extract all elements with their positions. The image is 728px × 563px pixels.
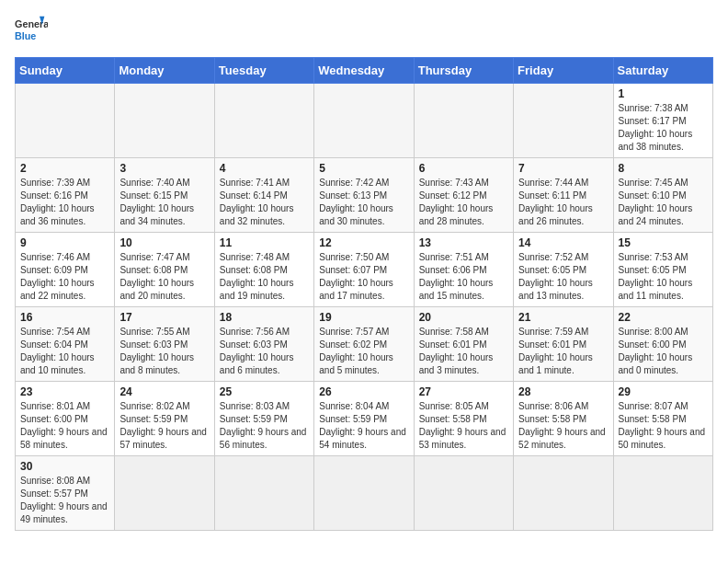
calendar-table: SundayMondayTuesdayWednesdayThursdayFrid…: [15, 57, 713, 531]
calendar-cell: 28Sunrise: 8:06 AM Sunset: 5:58 PM Dayli…: [514, 382, 613, 456]
calendar-week-row: 16Sunrise: 7:54 AM Sunset: 6:04 PM Dayli…: [16, 307, 713, 382]
calendar-cell: [214, 456, 313, 531]
calendar-cell: 29Sunrise: 8:07 AM Sunset: 5:58 PM Dayli…: [613, 382, 712, 456]
day-number: 7: [518, 162, 608, 175]
day-number: 22: [619, 311, 708, 324]
logo: GeneralBlue: [15, 15, 48, 48]
calendar-cell: 4Sunrise: 7:41 AM Sunset: 6:14 PM Daylig…: [214, 158, 313, 233]
weekday-header-row: SundayMondayTuesdayWednesdayThursdayFrid…: [16, 58, 713, 84]
day-info: Sunrise: 7:51 AM Sunset: 6:06 PM Dayligh…: [419, 251, 508, 303]
calendar-cell: [214, 84, 313, 158]
calendar-cell: 15Sunrise: 7:53 AM Sunset: 6:05 PM Dayli…: [613, 233, 712, 307]
day-info: Sunrise: 8:07 AM Sunset: 5:58 PM Dayligh…: [619, 400, 708, 452]
day-number: 12: [319, 236, 408, 249]
day-number: 11: [220, 236, 309, 249]
weekday-header-cell: Monday: [115, 58, 214, 84]
day-info: Sunrise: 7:52 AM Sunset: 6:05 PM Dayligh…: [518, 251, 608, 303]
calendar-week-row: 23Sunrise: 8:01 AM Sunset: 6:00 PM Dayli…: [16, 382, 713, 456]
day-number: 3: [119, 162, 209, 175]
calendar-cell: [514, 456, 613, 531]
calendar-cell: 9Sunrise: 7:46 AM Sunset: 6:09 PM Daylig…: [16, 233, 115, 307]
calendar-cell: [414, 456, 513, 531]
calendar-cell: [115, 84, 214, 158]
day-info: Sunrise: 7:44 AM Sunset: 6:11 PM Dayligh…: [518, 177, 608, 228]
day-info: Sunrise: 7:48 AM Sunset: 6:08 PM Dayligh…: [220, 251, 309, 303]
calendar-cell: 17Sunrise: 7:55 AM Sunset: 6:03 PM Dayli…: [115, 307, 214, 382]
day-info: Sunrise: 7:46 AM Sunset: 6:09 PM Dayligh…: [20, 251, 109, 303]
day-info: Sunrise: 7:59 AM Sunset: 6:01 PM Dayligh…: [518, 326, 608, 377]
day-number: 26: [319, 385, 408, 398]
calendar-cell: [115, 456, 214, 531]
day-number: 14: [518, 236, 608, 249]
calendar-week-row: 2Sunrise: 7:39 AM Sunset: 6:16 PM Daylig…: [16, 158, 713, 233]
day-number: 5: [319, 162, 408, 175]
day-info: Sunrise: 7:38 AM Sunset: 6:17 PM Dayligh…: [619, 102, 708, 154]
calendar-cell: 30Sunrise: 8:08 AM Sunset: 5:57 PM Dayli…: [16, 456, 115, 531]
calendar-cell: 25Sunrise: 8:03 AM Sunset: 5:59 PM Dayli…: [214, 382, 313, 456]
calendar-cell: [314, 456, 414, 531]
day-info: Sunrise: 7:57 AM Sunset: 6:02 PM Dayligh…: [319, 326, 408, 377]
day-info: Sunrise: 7:47 AM Sunset: 6:08 PM Dayligh…: [119, 251, 209, 303]
day-number: 19: [319, 311, 408, 324]
day-number: 25: [220, 385, 309, 398]
calendar-cell: 20Sunrise: 7:58 AM Sunset: 6:01 PM Dayli…: [414, 307, 513, 382]
calendar-cell: [414, 84, 513, 158]
day-info: Sunrise: 7:45 AM Sunset: 6:10 PM Dayligh…: [619, 177, 708, 228]
calendar-cell: [613, 456, 712, 531]
day-info: Sunrise: 7:53 AM Sunset: 6:05 PM Dayligh…: [619, 251, 708, 303]
day-number: 29: [619, 385, 708, 398]
day-info: Sunrise: 7:54 AM Sunset: 6:04 PM Dayligh…: [20, 326, 109, 377]
calendar-cell: 27Sunrise: 8:05 AM Sunset: 5:58 PM Dayli…: [414, 382, 513, 456]
day-number: 21: [518, 311, 608, 324]
calendar-cell: 6Sunrise: 7:43 AM Sunset: 6:12 PM Daylig…: [414, 158, 513, 233]
calendar-cell: 14Sunrise: 7:52 AM Sunset: 6:05 PM Dayli…: [514, 233, 613, 307]
page-header: GeneralBlue: [15, 15, 713, 48]
day-info: Sunrise: 7:43 AM Sunset: 6:12 PM Dayligh…: [419, 177, 508, 228]
day-number: 9: [20, 236, 109, 249]
calendar-cell: 5Sunrise: 7:42 AM Sunset: 6:13 PM Daylig…: [314, 158, 414, 233]
svg-text:Blue: Blue: [15, 30, 36, 41]
day-number: 15: [619, 236, 708, 249]
day-number: 10: [119, 236, 209, 249]
calendar-cell: 8Sunrise: 7:45 AM Sunset: 6:10 PM Daylig…: [613, 158, 712, 233]
day-number: 8: [619, 162, 708, 175]
calendar-cell: 2Sunrise: 7:39 AM Sunset: 6:16 PM Daylig…: [16, 158, 115, 233]
day-info: Sunrise: 8:03 AM Sunset: 5:59 PM Dayligh…: [220, 400, 309, 452]
day-number: 18: [220, 311, 309, 324]
day-info: Sunrise: 7:41 AM Sunset: 6:14 PM Dayligh…: [220, 177, 309, 228]
day-number: 1: [619, 87, 708, 100]
day-number: 16: [20, 311, 109, 324]
calendar-cell: 3Sunrise: 7:40 AM Sunset: 6:15 PM Daylig…: [115, 158, 214, 233]
day-info: Sunrise: 8:00 AM Sunset: 6:00 PM Dayligh…: [619, 326, 708, 377]
calendar-cell: 21Sunrise: 7:59 AM Sunset: 6:01 PM Dayli…: [514, 307, 613, 382]
day-info: Sunrise: 7:58 AM Sunset: 6:01 PM Dayligh…: [419, 326, 508, 377]
calendar-cell: 24Sunrise: 8:02 AM Sunset: 5:59 PM Dayli…: [115, 382, 214, 456]
calendar-week-row: 1Sunrise: 7:38 AM Sunset: 6:17 PM Daylig…: [16, 84, 713, 158]
day-info: Sunrise: 7:50 AM Sunset: 6:07 PM Dayligh…: [319, 251, 408, 303]
weekday-header-cell: Thursday: [414, 58, 513, 84]
day-number: 23: [20, 385, 109, 398]
calendar-cell: 23Sunrise: 8:01 AM Sunset: 6:00 PM Dayli…: [16, 382, 115, 456]
day-number: 28: [518, 385, 608, 398]
day-info: Sunrise: 8:01 AM Sunset: 6:00 PM Dayligh…: [20, 400, 109, 452]
day-number: 30: [20, 460, 109, 473]
day-number: 27: [419, 385, 508, 398]
calendar-cell: 18Sunrise: 7:56 AM Sunset: 6:03 PM Dayli…: [214, 307, 313, 382]
day-number: 6: [419, 162, 508, 175]
day-info: Sunrise: 8:02 AM Sunset: 5:59 PM Dayligh…: [119, 400, 209, 452]
day-number: 2: [20, 162, 109, 175]
weekday-header-cell: Saturday: [613, 58, 712, 84]
calendar-cell: [16, 84, 115, 158]
calendar-cell: 10Sunrise: 7:47 AM Sunset: 6:08 PM Dayli…: [115, 233, 214, 307]
day-info: Sunrise: 8:08 AM Sunset: 5:57 PM Dayligh…: [20, 475, 109, 526]
calendar-cell: 11Sunrise: 7:48 AM Sunset: 6:08 PM Dayli…: [214, 233, 313, 307]
day-info: Sunrise: 8:04 AM Sunset: 5:59 PM Dayligh…: [319, 400, 408, 452]
logo-icon: GeneralBlue: [15, 15, 48, 48]
day-info: Sunrise: 7:39 AM Sunset: 6:16 PM Dayligh…: [20, 177, 109, 228]
day-number: 17: [119, 311, 209, 324]
calendar-cell: 1Sunrise: 7:38 AM Sunset: 6:17 PM Daylig…: [613, 84, 712, 158]
day-number: 13: [419, 236, 508, 249]
day-info: Sunrise: 7:55 AM Sunset: 6:03 PM Dayligh…: [119, 326, 209, 377]
day-info: Sunrise: 8:05 AM Sunset: 5:58 PM Dayligh…: [419, 400, 508, 452]
day-info: Sunrise: 7:42 AM Sunset: 6:13 PM Dayligh…: [319, 177, 408, 228]
